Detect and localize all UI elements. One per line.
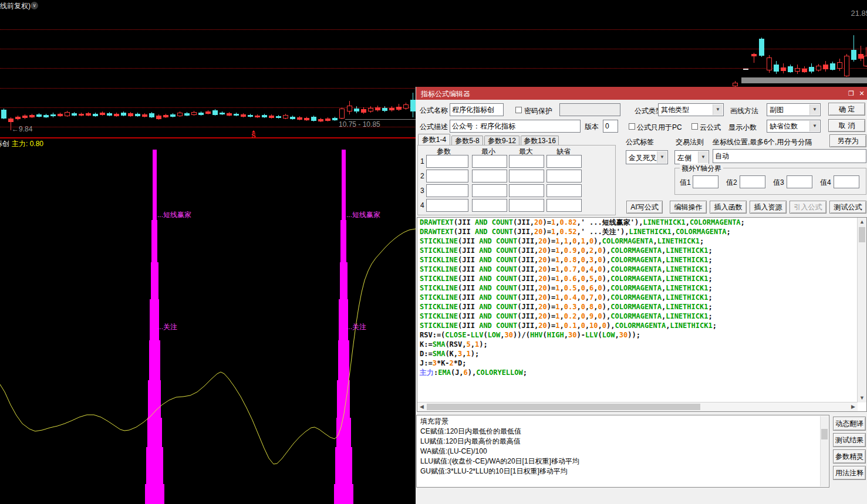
candle-body xyxy=(403,104,409,109)
insert-function-button[interactable]: 插入函数 xyxy=(710,201,747,214)
candle-body xyxy=(255,116,260,117)
trading-app-screen: 线前复权) ∨ 21.85 ←9.84 10.75 - 10.85 S 标创 主… xyxy=(0,0,867,504)
code-text[interactable]: DRAWTEXT(JII AND COUNT(JII,20)=1,0.82,' … xyxy=(417,218,858,402)
param-input[interactable] xyxy=(509,155,544,168)
decimals-select[interactable]: 缺省位数▼ xyxy=(767,120,821,133)
chevron-down-icon[interactable]: ∨ xyxy=(31,2,38,9)
ok-button[interactable]: 确 定 xyxy=(828,103,865,116)
cancel-button[interactable]: 取 消 xyxy=(828,119,865,132)
chevron-down-icon[interactable]: ▼ xyxy=(698,151,708,163)
code-token: COUNT xyxy=(496,237,517,245)
code-token: DRAWTEXT xyxy=(420,218,454,226)
param-input[interactable] xyxy=(509,199,544,212)
yaxis-value-input[interactable] xyxy=(834,175,859,188)
hscroll-thumb[interactable] xyxy=(427,404,700,410)
formula-type-select[interactable]: 其他类型▼ xyxy=(658,103,724,116)
edit-ops-button[interactable]: 编辑操作 xyxy=(670,201,707,214)
tab-param-1[interactable]: 参数1-4 xyxy=(418,134,450,145)
draw-method-select[interactable]: 副图▼ xyxy=(767,103,821,116)
param-input[interactable] xyxy=(546,170,582,182)
param-input[interactable] xyxy=(426,199,468,212)
pc-only-label: 公式只用于PC xyxy=(637,123,682,133)
param-row-number: 3 xyxy=(420,187,424,195)
param-input[interactable] xyxy=(472,170,507,182)
code-token: ; xyxy=(708,256,712,264)
cloud-formula-checkbox[interactable] xyxy=(691,123,698,130)
code-token: LINETHICK1 xyxy=(666,246,708,255)
param-input[interactable] xyxy=(426,155,468,168)
dialog-titlebar[interactable]: 指标公式编辑器 ❐ ✕ xyxy=(416,87,867,100)
yaxis-value-input[interactable] xyxy=(740,175,765,188)
signal-spike-segment xyxy=(149,340,160,380)
formula-name-input[interactable]: 程序化指标创 xyxy=(450,103,504,116)
scroll-down-icon[interactable]: ▼ xyxy=(858,394,866,402)
tab-param-4[interactable]: 参数13-16 xyxy=(521,136,559,145)
param-input[interactable] xyxy=(546,184,582,197)
coordline-input[interactable]: 自动 xyxy=(713,149,866,163)
code-token: 0.5 xyxy=(564,284,577,292)
ai-write-button[interactable]: AI写公式 xyxy=(626,201,663,214)
formula-tag-select[interactable]: 金叉死叉▼ xyxy=(626,150,668,164)
maximize-icon[interactable]: ❐ xyxy=(847,89,855,97)
insert-resource-button[interactable]: 插入资源 xyxy=(750,201,787,214)
param-input[interactable] xyxy=(426,184,468,197)
code-token: )= xyxy=(547,246,555,255)
scroll-right-icon[interactable]: ▶ xyxy=(849,402,858,411)
usage-notes-button[interactable]: 用法注释 xyxy=(833,466,866,480)
close-icon[interactable]: ✕ xyxy=(858,89,866,97)
version-input[interactable]: 0 xyxy=(603,120,618,133)
param-input[interactable] xyxy=(509,184,544,197)
code-token: 0.4 xyxy=(564,293,577,302)
code-token: ( xyxy=(598,331,602,339)
vscroll-thumb[interactable] xyxy=(859,227,865,242)
param-input[interactable] xyxy=(472,199,507,212)
param-wizard-button[interactable]: 参数精灵 xyxy=(833,449,866,464)
desc-scrollbar[interactable] xyxy=(820,416,828,486)
chevron-down-icon[interactable]: ▼ xyxy=(713,104,723,115)
tab-param-3[interactable]: 参数9-12 xyxy=(484,136,519,145)
chevron-down-icon[interactable]: ▼ xyxy=(657,151,667,163)
yaxis-value-input[interactable] xyxy=(693,175,718,188)
code-token: ), xyxy=(602,265,610,273)
pc-only-checkbox[interactable] xyxy=(629,123,635,130)
chart-scrollbar[interactable] xyxy=(741,77,867,83)
win-signal-label: ...短线赢家 xyxy=(157,210,191,220)
pane-separator[interactable] xyxy=(0,137,416,138)
param-input[interactable] xyxy=(509,170,544,182)
extra-yaxis-caption: 额外Y轴分界 xyxy=(680,164,723,174)
param-input[interactable] xyxy=(546,155,582,168)
candle-body xyxy=(389,108,394,110)
desc-scroll-thumb[interactable] xyxy=(821,429,828,439)
yaxis-value-input[interactable] xyxy=(787,175,812,188)
candle-body xyxy=(93,114,98,116)
scroll-left-icon[interactable]: ◀ xyxy=(417,402,426,411)
formula-desc-label: 公式描述 xyxy=(420,122,448,132)
code-horizontal-scrollbar[interactable]: ◀ ▶ xyxy=(417,402,858,411)
code-token: 0 xyxy=(598,284,602,292)
tab-param-2[interactable]: 参数5-8 xyxy=(451,136,483,145)
test-result-button[interactable]: 测试结果 xyxy=(833,433,866,447)
param-input[interactable] xyxy=(426,170,468,182)
code-token: , xyxy=(593,284,598,292)
test-formula-button[interactable]: 测试公式 xyxy=(829,201,866,214)
param-input[interactable] xyxy=(546,199,582,212)
scroll-up-icon[interactable]: ▲ xyxy=(858,218,866,226)
formula-desc-input[interactable]: 公众号：程序化指标 xyxy=(450,120,581,133)
code-token: COLORMAGENTA xyxy=(610,256,662,264)
chevron-down-icon[interactable]: ▼ xyxy=(809,121,819,131)
dynamic-translate-button[interactable]: 动态翻译 xyxy=(833,417,866,431)
code-token: LINETHICK1 xyxy=(666,303,708,311)
param-input[interactable] xyxy=(472,184,507,197)
code-token: LINETHICK1 xyxy=(666,293,708,302)
trade-rule-select[interactable]: 左侧▼ xyxy=(674,150,709,164)
code-token: LINETHICK1 xyxy=(666,275,708,283)
param-input[interactable] xyxy=(472,155,507,168)
code-editor[interactable]: DRAWTEXT(JII AND COUNT(JII,20)=1,0.82,' … xyxy=(417,217,867,412)
code-token: DRAWTEXT xyxy=(420,228,454,236)
code-vertical-scrollbar[interactable]: ▲ ▼ xyxy=(857,218,866,402)
code-token: , xyxy=(593,293,598,302)
code-token: (RSV, xyxy=(445,340,466,349)
password-protect-checkbox[interactable] xyxy=(515,107,522,113)
save-as-button[interactable]: 另存为 xyxy=(829,134,866,147)
chevron-down-icon[interactable]: ▼ xyxy=(809,104,819,115)
